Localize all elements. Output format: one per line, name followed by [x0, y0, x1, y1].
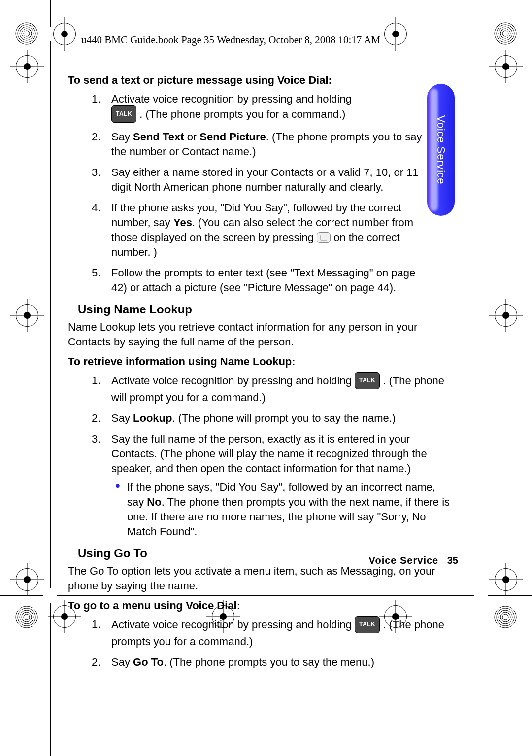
svg-point-6	[497, 25, 514, 42]
crop-line	[50, 603, 51, 756]
svg-point-5	[495, 23, 516, 44]
crop-line	[488, 595, 532, 596]
registration-mark-icon	[495, 55, 517, 78]
page-footer: Voice Service 35	[68, 555, 458, 566]
step-text: Activate voice recognition by pressing a…	[111, 619, 355, 631]
steps-send-text-picture: Activate voice recognition by pressing a…	[68, 92, 432, 295]
crop-line	[0, 595, 43, 596]
svg-point-3	[22, 29, 32, 38]
svg-point-0	[16, 23, 37, 44]
svg-point-13	[22, 612, 32, 622]
svg-point-15	[495, 606, 516, 628]
step-text: . (The phone prompts you for a command.)	[139, 108, 345, 120]
page-content: To send a text or picture message using …	[68, 73, 458, 676]
bold-cmd: Lookup	[133, 412, 172, 424]
bold-cmd: Go To	[133, 656, 164, 668]
step-text: Say	[111, 131, 133, 143]
subheading-go-to: To go to a menu using Voice Dial:	[68, 598, 458, 613]
svg-point-14	[24, 614, 30, 620]
para-name-lookup: Name Lookup lets you retrieve contact in…	[68, 320, 458, 349]
svg-point-16	[497, 608, 514, 626]
crop-line	[50, 41, 51, 588]
corner-spiral-icon	[15, 22, 38, 45]
steps-name-lookup: Activate voice recognition by pressing a…	[68, 373, 458, 539]
svg-point-19	[502, 614, 508, 620]
svg-point-8	[500, 29, 510, 38]
crop-line	[481, 603, 481, 756]
step-item: Activate voice recognition by pressing a…	[111, 617, 458, 649]
svg-point-11	[18, 608, 35, 626]
ok-key-icon	[317, 232, 331, 243]
step-item: Follow the prompts to enter text (see "T…	[111, 266, 432, 295]
talk-key-icon: TALK	[111, 105, 136, 123]
step-text: Say	[111, 656, 133, 668]
registration-mark-icon	[16, 304, 38, 327]
step-item: Say either a name stored in your Contact…	[111, 165, 432, 195]
step-item: Say Send Text or Send Picture. (The phon…	[111, 130, 432, 159]
svg-point-18	[500, 612, 510, 622]
crop-line	[50, 0, 51, 27]
svg-point-10	[16, 606, 37, 628]
bold-cmd: No	[147, 496, 161, 508]
step-text: . (The phone will prompt you to say the …	[172, 412, 396, 424]
registration-mark-icon	[16, 55, 38, 78]
registration-mark-icon	[16, 568, 38, 591]
step-item: Say Lookup. (The phone will prompt you t…	[111, 411, 458, 426]
svg-point-1	[18, 25, 35, 42]
registration-mark-icon	[495, 568, 517, 591]
crop-line	[481, 0, 481, 27]
bold-cmd: Yes	[173, 216, 192, 229]
svg-point-9	[502, 31, 508, 36]
step-text: Follow the prompts to enter text (see "T…	[111, 267, 415, 294]
step-item: Activate voice recognition by pressing a…	[111, 92, 432, 124]
registration-mark-icon	[495, 304, 517, 327]
subheading-name-lookup: To retrieve information using Name Looku…	[68, 354, 458, 369]
crop-line	[481, 41, 481, 588]
bold-cmd: Send Text	[133, 131, 184, 143]
registration-mark-icon	[53, 23, 76, 45]
step-text: Say	[111, 412, 133, 424]
step-item: If the phone asks you, "Did You Say", fo…	[111, 201, 432, 260]
step-item: Say the full name of the person, exactly…	[111, 432, 458, 539]
step-text: Say the full name of the person, exactly…	[111, 433, 427, 475]
corner-spiral-icon	[494, 605, 517, 629]
step-text: . (The phone prompts you to say the menu…	[164, 656, 374, 668]
steps-go-to: Activate voice recognition by pressing a…	[68, 617, 458, 670]
step-item: Activate voice recognition by pressing a…	[111, 373, 458, 405]
running-head-text: u440 BMC Guide.book Page 35 Wednesday, O…	[81, 34, 380, 46]
bullet-item: If the phone says, "Did You Say", follow…	[127, 480, 453, 539]
step-text: Say either a name stored in your Contact…	[111, 166, 419, 193]
corner-spiral-icon	[15, 605, 38, 629]
bold-cmd: Send Picture	[200, 131, 266, 143]
corner-spiral-icon	[494, 22, 517, 45]
sub-bullets: If the phone says, "Did You Say", follow…	[111, 480, 453, 539]
footer-page-number: 35	[447, 555, 458, 566]
heading-name-lookup: Using Name Lookup	[78, 302, 458, 317]
footer-section: Voice Service	[369, 555, 439, 566]
talk-key-icon: TALK	[355, 616, 380, 633]
heading-send-text-picture: To send a text or picture message using …	[68, 73, 458, 88]
step-text: or	[184, 131, 200, 143]
running-head: u440 BMC Guide.book Page 35 Wednesday, O…	[81, 32, 453, 47]
para-go-to: The Go To option lets you activate a men…	[68, 564, 458, 593]
step-text: Activate voice recognition by pressing a…	[111, 375, 355, 387]
step-text: Activate voice recognition by pressing a…	[111, 93, 352, 105]
talk-key-icon: TALK	[355, 372, 380, 389]
bullet-text: . The phone then prompts you with the ne…	[127, 496, 450, 538]
step-item: Say Go To. (The phone prompts you to say…	[111, 655, 458, 670]
svg-point-4	[24, 31, 30, 36]
